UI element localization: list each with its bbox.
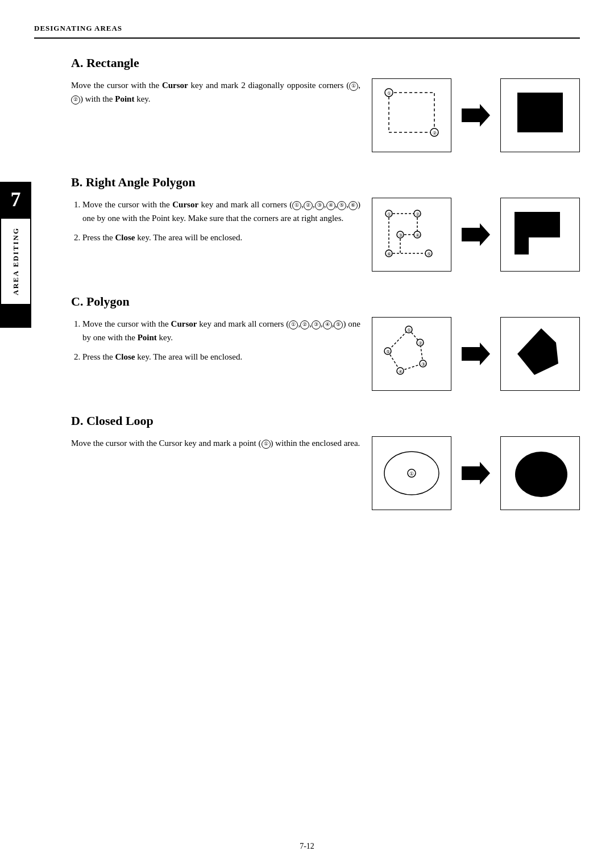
svg-text:②: ②: [416, 212, 420, 217]
svg-text:①: ①: [409, 471, 414, 477]
svg-marker-40: [517, 328, 558, 375]
section-b-arrow: [462, 223, 490, 246]
section-d: D. Closed Loop Move the cursor with the …: [71, 414, 580, 510]
section-d-paragraph: Move the cursor with the Cursor key and …: [71, 436, 360, 450]
page-footer: 7-12: [0, 842, 614, 851]
main-content: A. Rectangle Move the cursor with the Cu…: [71, 56, 580, 510]
sidebar-black-bar: [0, 305, 31, 328]
section-c-title: C. Polygon: [71, 294, 580, 309]
section-b-list: Move the cursor with the Cursor key and …: [82, 198, 360, 244]
page-number: 7-12: [300, 842, 314, 850]
section-b-step2: Press the Close key. The area will be en…: [82, 231, 360, 244]
svg-marker-39: [462, 343, 490, 365]
section-c-arrow: [462, 343, 490, 365]
section-c-list: Move the cursor with the Cursor key and …: [82, 317, 360, 364]
polygon-svg: ① ② ③ ④ ⑤: [377, 323, 446, 385]
svg-marker-25: [462, 223, 490, 246]
section-b-title: B. Right Angle Polygon: [71, 175, 580, 190]
svg-rect-0: [389, 93, 434, 132]
svg-text:②: ②: [418, 341, 422, 346]
section-b-before: ① ② ③ ④ ⑥: [372, 198, 451, 272]
page-header: DESIGNATING AREAS: [34, 23, 580, 39]
svg-text:⑤: ⑤: [386, 349, 390, 354]
svg-marker-44: [462, 462, 490, 485]
closed-loop-filled-svg: [506, 439, 574, 507]
section-a-arrow: [462, 104, 490, 127]
section-a-paragraph: Move the cursor with the Cursor key and …: [71, 78, 360, 106]
svg-text:①: ①: [387, 91, 391, 96]
l-shape-svg: [506, 203, 574, 266]
sidebar-number: 7: [0, 182, 31, 218]
section-d-body: Move the cursor with the Cursor key and …: [71, 436, 580, 510]
section-b-body: Move the cursor with the Cursor key and …: [71, 198, 580, 272]
section-b: B. Right Angle Polygon Move the cursor w…: [71, 175, 580, 272]
section-d-before: ①: [372, 436, 451, 510]
section-d-diagram: ①: [372, 436, 580, 510]
rect-filled-svg: [506, 84, 574, 147]
header-title: DESIGNATING AREAS: [34, 24, 122, 32]
sidebar: 7 AREA EDITING: [0, 182, 31, 328]
svg-text:②: ②: [433, 131, 437, 136]
section-a-title: A. Rectangle: [71, 56, 580, 70]
section-c: C. Polygon Move the cursor with the Curs…: [71, 294, 580, 391]
section-a-after: [500, 78, 580, 152]
section-a: A. Rectangle Move the cursor with the Cu…: [71, 56, 580, 152]
section-c-body: Move the cursor with the Cursor key and …: [71, 317, 580, 391]
section-a-body: Move the cursor with the Cursor key and …: [71, 78, 580, 152]
section-d-text: Move the cursor with the Cursor key and …: [71, 436, 360, 456]
section-c-diagram: ① ② ③ ④ ⑤: [372, 317, 580, 391]
svg-marker-27: [515, 212, 560, 254]
sidebar-label: AREA EDITING: [11, 227, 20, 295]
section-c-before: ① ② ③ ④ ⑤: [372, 317, 451, 391]
section-b-after: [500, 198, 580, 272]
section-b-text: Move the cursor with the Cursor key and …: [71, 198, 360, 250]
sidebar-label-container: AREA EDITING: [0, 218, 31, 305]
svg-point-45: [515, 452, 567, 497]
svg-text:⑥: ⑥: [387, 252, 391, 257]
svg-text:⑤: ⑤: [427, 252, 431, 257]
svg-text:④: ④: [399, 369, 403, 374]
section-b-diagram: ① ② ③ ④ ⑥: [372, 198, 580, 272]
svg-text:①: ①: [387, 212, 391, 217]
svg-marker-5: [462, 104, 490, 127]
closed-loop-svg: ①: [377, 439, 446, 507]
section-c-after: [500, 317, 580, 391]
section-d-title: D. Closed Loop: [71, 414, 580, 428]
section-c-text: Move the cursor with the Cursor key and …: [71, 317, 360, 369]
page: DESIGNATING AREAS 7 AREA EDITING A. Rect…: [0, 0, 614, 868]
right-angle-polygon-svg: ① ② ③ ④ ⑥: [377, 203, 446, 266]
svg-text:③: ③: [421, 362, 425, 367]
section-b-step1: Move the cursor with the Cursor key and …: [82, 198, 360, 225]
section-c-step1: Move the cursor with the Cursor key and …: [82, 317, 360, 344]
section-d-after: [500, 436, 580, 510]
polygon-filled-svg: [506, 323, 574, 385]
svg-text:③: ③: [399, 233, 403, 238]
section-a-diagram: ① ②: [372, 78, 580, 152]
section-a-text: Move the cursor with the Cursor key and …: [71, 78, 360, 111]
svg-text:①: ①: [407, 328, 411, 333]
section-d-arrow: [462, 462, 490, 485]
svg-marker-28: [388, 329, 423, 371]
svg-text:④: ④: [416, 233, 420, 238]
svg-rect-6: [517, 93, 563, 132]
rect-dashed-svg: ① ②: [377, 84, 446, 147]
section-a-before: ① ②: [372, 78, 451, 152]
section-c-step2: Press the Close key. The area will be en…: [82, 350, 360, 364]
